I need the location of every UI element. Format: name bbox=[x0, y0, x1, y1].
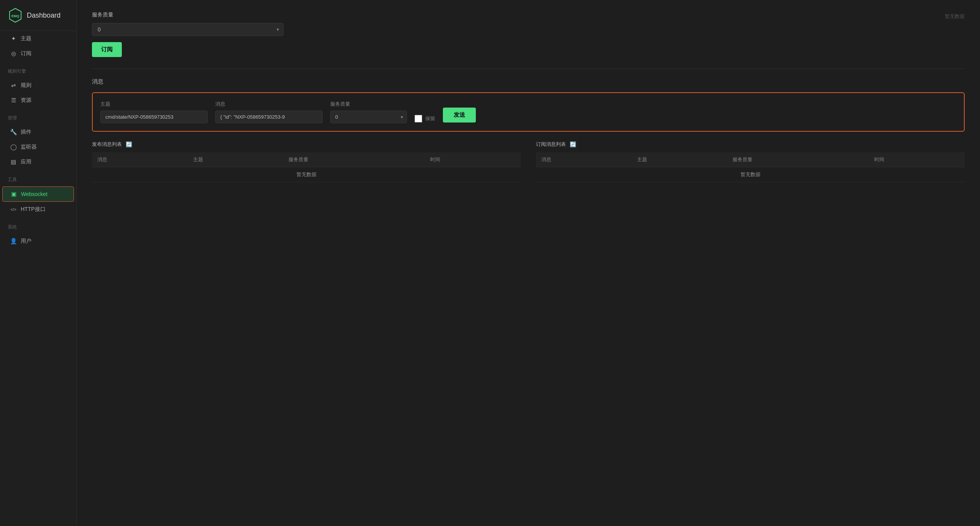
sub-col-topic: 主题 bbox=[632, 152, 728, 167]
sub-col-message: 消息 bbox=[536, 152, 632, 167]
user-icon: 👤 bbox=[10, 238, 17, 245]
retain-checkbox[interactable] bbox=[415, 115, 422, 123]
publish-empty-row: 暂无数据 bbox=[92, 167, 521, 182]
sidebar-item-apps[interactable]: ▤ 应用 bbox=[2, 155, 74, 169]
publish-table: 消息 主题 服务质量 时间 暂无数据 bbox=[92, 152, 521, 182]
subscribe-refresh-icon[interactable]: 🔄 bbox=[570, 141, 576, 147]
subscribe-table: 消息 主题 服务质量 时间 暂无数据 bbox=[536, 152, 965, 182]
retain-label: 保留 bbox=[425, 115, 435, 122]
tables-row: 发布消息列表 🔄 消息 主题 服务质量 时间 暂无数据 bbox=[92, 141, 965, 182]
publish-table-body: 暂无数据 bbox=[92, 167, 521, 182]
sidebar-section-basic: ✦ 主题 ◎ 订阅 bbox=[0, 31, 76, 61]
rules-engine-label: 规则引擎 bbox=[0, 61, 76, 78]
qos-select[interactable]: 0 1 2 bbox=[92, 23, 284, 36]
qos-label: 服务质量 bbox=[92, 11, 945, 18]
message-field-group: 消息 bbox=[215, 101, 323, 123]
resources-icon: ☰ bbox=[10, 97, 17, 104]
msg-qos-label: 服务质量 bbox=[330, 101, 407, 108]
message-form-box: 主题 消息 服务质量 0 1 2 ▾ bbox=[92, 92, 965, 132]
msg-qos-select[interactable]: 0 1 2 bbox=[330, 111, 407, 123]
pub-col-qos: 服务质量 bbox=[283, 152, 425, 167]
sidebar-item-monitor[interactable]: ◯ 监听器 bbox=[2, 140, 74, 154]
send-button[interactable]: 发送 bbox=[443, 108, 476, 123]
sub-col-qos: 服务质量 bbox=[727, 152, 869, 167]
sidebar-section-tools: 工具 ▣ Websocket </> HTTP接口 bbox=[0, 170, 76, 217]
publish-table-header: 发布消息列表 🔄 bbox=[92, 141, 521, 148]
publish-empty-text: 暂无数据 bbox=[92, 167, 521, 182]
pub-col-time: 时间 bbox=[425, 152, 521, 167]
monitor-icon: ◯ bbox=[10, 144, 17, 150]
sidebar-item-websocket[interactable]: ▣ Websocket bbox=[2, 186, 74, 202]
subscribe-empty-text: 暂无数据 bbox=[536, 167, 965, 182]
sidebar-label-users: 用户 bbox=[21, 238, 31, 245]
sub-col-time: 时间 bbox=[869, 152, 965, 167]
subscribe-section: 服务质量 0 1 2 ▾ 订阅 暂无数据 bbox=[92, 11, 965, 57]
sidebar-item-rules[interactable]: ⇌ 规则 bbox=[2, 78, 74, 93]
message-field-label: 消息 bbox=[215, 101, 323, 108]
sidebar-label-apps: 应用 bbox=[21, 158, 31, 165]
sidebar-label-monitor: 监听器 bbox=[21, 144, 37, 150]
topic-field-label: 主题 bbox=[100, 101, 208, 108]
publish-table-section: 发布消息列表 🔄 消息 主题 服务质量 时间 暂无数据 bbox=[92, 141, 521, 182]
message-section: 消息 主题 消息 服务质量 0 1 2 bbox=[92, 78, 965, 182]
subscribe-button[interactable]: 订阅 bbox=[92, 42, 122, 57]
message-input[interactable] bbox=[215, 111, 323, 123]
pub-col-message: 消息 bbox=[92, 152, 188, 167]
tools-label: 工具 bbox=[0, 170, 76, 186]
section-divider bbox=[92, 69, 965, 69]
sidebar-header: EMQ Dashboard bbox=[0, 0, 76, 31]
msg-qos-outer: 0 1 2 ▾ bbox=[330, 111, 407, 123]
sidebar-label-rules: 规则 bbox=[21, 82, 31, 89]
sidebar-label-http: HTTP接口 bbox=[21, 206, 46, 213]
sidebar-item-theme[interactable]: ✦ 主题 bbox=[2, 31, 74, 46]
pub-col-topic: 主题 bbox=[188, 152, 284, 167]
subscribe-table-title: 订阅消息列表 bbox=[536, 141, 566, 148]
sidebar-item-resources[interactable]: ☰ 资源 bbox=[2, 93, 74, 108]
top-no-data: 暂无数据 bbox=[945, 13, 965, 20]
main-content: 服务质量 0 1 2 ▾ 订阅 暂无数据 消息 主题 bbox=[77, 0, 980, 526]
sidebar-label-resources: 资源 bbox=[21, 97, 31, 104]
system-label: 系统 bbox=[0, 217, 76, 234]
sidebar-section-management: 管理 🔧 插件 ◯ 监听器 ▤ 应用 bbox=[0, 108, 76, 170]
sidebar-item-subscribe[interactable]: ◎ 订阅 bbox=[2, 46, 74, 61]
subscribe-table-head: 消息 主题 服务质量 时间 bbox=[536, 152, 965, 167]
subscribe-empty-row: 暂无数据 bbox=[536, 167, 965, 182]
plugins-icon: 🔧 bbox=[10, 129, 17, 136]
publish-refresh-icon[interactable]: 🔄 bbox=[126, 141, 132, 147]
dashboard-title: Dashboard bbox=[27, 11, 61, 20]
management-label: 管理 bbox=[0, 108, 76, 124]
topic-field-group: 主题 bbox=[100, 101, 208, 123]
sidebar-label-theme: 主题 bbox=[21, 35, 31, 42]
theme-icon: ✦ bbox=[10, 35, 17, 42]
sidebar-section-system: 系统 👤 用户 bbox=[0, 217, 76, 249]
subscribe-table-header: 订阅消息列表 🔄 bbox=[536, 141, 965, 148]
svg-text:EMQ: EMQ bbox=[11, 14, 20, 18]
subscribe-icon: ◎ bbox=[10, 50, 17, 57]
message-section-title: 消息 bbox=[92, 78, 965, 85]
apps-icon: ▤ bbox=[10, 158, 17, 165]
subscribe-top-area: 服务质量 0 1 2 ▾ 订阅 暂无数据 bbox=[92, 11, 965, 57]
msg-qos-wrapper: 服务质量 0 1 2 ▾ bbox=[330, 101, 407, 123]
publish-table-head: 消息 主题 服务质量 时间 bbox=[92, 152, 521, 167]
sidebar-section-rules: 规则引擎 ⇌ 规则 ☰ 资源 bbox=[0, 61, 76, 108]
subscribe-table-section: 订阅消息列表 🔄 消息 主题 服务质量 时间 暂无数据 bbox=[536, 141, 965, 182]
http-icon: </> bbox=[10, 207, 17, 212]
websocket-icon: ▣ bbox=[10, 191, 17, 198]
sidebar: EMQ Dashboard ✦ 主题 ◎ 订阅 规则引擎 ⇌ 规则 ☰ 资源 管… bbox=[0, 0, 77, 526]
topic-input[interactable] bbox=[100, 111, 208, 123]
subscribe-left: 服务质量 0 1 2 ▾ 订阅 bbox=[92, 11, 945, 57]
subscribe-table-body: 暂无数据 bbox=[536, 167, 965, 182]
sidebar-item-plugins[interactable]: 🔧 插件 bbox=[2, 125, 74, 139]
qos-select-wrapper: 0 1 2 ▾ bbox=[92, 23, 284, 36]
retain-group: 保留 bbox=[415, 115, 435, 123]
sidebar-label-subscribe: 订阅 bbox=[21, 50, 31, 57]
sidebar-item-http[interactable]: </> HTTP接口 bbox=[2, 202, 74, 217]
publish-table-title: 发布消息列表 bbox=[92, 141, 122, 148]
sidebar-label-websocket: Websocket bbox=[21, 191, 48, 197]
rules-icon: ⇌ bbox=[10, 82, 17, 89]
sidebar-label-plugins: 插件 bbox=[21, 129, 31, 136]
sidebar-item-users[interactable]: 👤 用户 bbox=[2, 234, 74, 248]
emq-logo-icon: EMQ bbox=[8, 8, 23, 23]
